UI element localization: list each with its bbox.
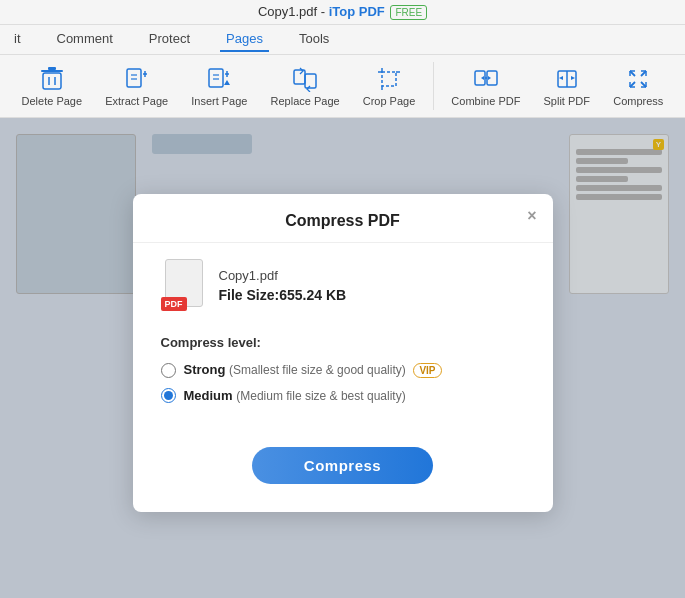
combine-pdf-icon — [472, 65, 500, 93]
free-badge: FREE — [390, 5, 427, 20]
extract-page-label: Extract Page — [105, 95, 168, 107]
dialog-footer: Compress — [133, 447, 553, 484]
dialog-body: PDF Copy1.pdf File Size:655.24 KB Compre… — [133, 243, 553, 429]
dialog-overlay: Compress PDF × PDF Copy1.pdf File Size:6… — [0, 118, 685, 598]
menu-item-it[interactable]: it — [8, 27, 27, 52]
svg-rect-17 — [305, 74, 316, 88]
combine-pdf-label: Combine PDF — [451, 95, 520, 107]
insert-page-icon — [205, 65, 233, 93]
compress-pdf-dialog: Compress PDF × PDF Copy1.pdf File Size:6… — [133, 194, 553, 512]
close-button[interactable]: × — [527, 208, 536, 224]
svg-rect-16 — [294, 70, 305, 84]
svg-marker-31 — [571, 76, 575, 80]
split-pdf-label: Split PDF — [544, 95, 590, 107]
svg-rect-18 — [382, 72, 396, 86]
menu-bar: it Comment Protect Pages Tools — [0, 25, 685, 55]
extract-page-icon — [123, 65, 151, 93]
strong-radio[interactable] — [161, 363, 176, 378]
delete-page-icon — [38, 65, 66, 93]
file-size: File Size:655.24 KB — [219, 287, 347, 303]
file-info: PDF Copy1.pdf File Size:655.24 KB — [161, 259, 525, 311]
file-details: Copy1.pdf File Size:655.24 KB — [219, 268, 347, 303]
vip-badge: VIP — [413, 363, 441, 378]
svg-rect-5 — [127, 69, 141, 87]
dialog-header: Compress PDF × — [133, 194, 553, 243]
compress-submit-button[interactable]: Compress — [252, 447, 433, 484]
menu-item-tools[interactable]: Tools — [293, 27, 335, 52]
delete-page-button[interactable]: Delete Page — [12, 61, 92, 111]
medium-label: Medium (Medium file size & best quality) — [184, 388, 406, 403]
crop-page-button[interactable]: Crop Page — [353, 61, 425, 111]
filename-label: Copy1.pdf - — [258, 4, 329, 19]
file-size-value: 655.24 KB — [279, 287, 346, 303]
replace-page-label: Replace Page — [271, 95, 340, 107]
split-pdf-button[interactable]: Split PDF — [534, 61, 600, 111]
compress-level-label: Compress level: — [161, 335, 525, 350]
medium-radio[interactable] — [161, 388, 176, 403]
svg-marker-27 — [488, 76, 491, 80]
compress-icon — [624, 65, 652, 93]
toolbar: Delete Page Extract Page — [0, 55, 685, 118]
insert-page-label: Insert Page — [191, 95, 247, 107]
medium-label-text: Medium — [184, 388, 233, 403]
file-name: Copy1.pdf — [219, 268, 347, 283]
pdf-file-icon: PDF — [161, 259, 205, 311]
strong-label: Strong (Smallest file size & good qualit… — [184, 362, 442, 378]
medium-option: Medium (Medium file size & best quality) — [161, 388, 525, 403]
toolbar-divider — [433, 62, 434, 110]
svg-rect-2 — [43, 73, 61, 89]
pdf-badge: PDF — [161, 297, 187, 311]
replace-page-icon — [291, 65, 319, 93]
app-name: iTop PDF — [329, 4, 385, 19]
strong-option: Strong (Smallest file size & good qualit… — [161, 362, 525, 378]
file-size-label: File Size: — [219, 287, 280, 303]
svg-rect-10 — [209, 69, 223, 87]
split-pdf-icon — [553, 65, 581, 93]
crop-page-icon — [375, 65, 403, 93]
svg-rect-0 — [41, 70, 63, 72]
strong-label-text: Strong — [184, 362, 226, 377]
delete-page-label: Delete Page — [22, 95, 83, 107]
crop-page-label: Crop Page — [363, 95, 416, 107]
menu-item-pages[interactable]: Pages — [220, 27, 269, 52]
svg-marker-26 — [481, 76, 484, 80]
svg-marker-30 — [559, 76, 563, 80]
title-bar: Copy1.pdf - iTop PDF FREE — [0, 0, 685, 25]
strong-desc: (Smallest file size & good quality) — [229, 363, 406, 377]
menu-item-comment[interactable]: Comment — [51, 27, 119, 52]
compress-label: Compress — [613, 95, 663, 107]
compress-button[interactable]: Compress — [604, 61, 673, 111]
content-area: Y Compress PDF × PDF — [0, 118, 685, 598]
svg-rect-1 — [48, 67, 56, 70]
combine-pdf-button[interactable]: Combine PDF — [442, 61, 530, 111]
extract-page-button[interactable]: Extract Page — [96, 61, 178, 111]
medium-desc: (Medium file size & best quality) — [236, 389, 405, 403]
replace-page-button[interactable]: Replace Page — [261, 61, 349, 111]
menu-item-protect[interactable]: Protect — [143, 27, 196, 52]
dialog-title: Compress PDF — [285, 212, 400, 229]
svg-marker-15 — [224, 80, 230, 85]
insert-page-button[interactable]: Insert Page — [182, 61, 257, 111]
